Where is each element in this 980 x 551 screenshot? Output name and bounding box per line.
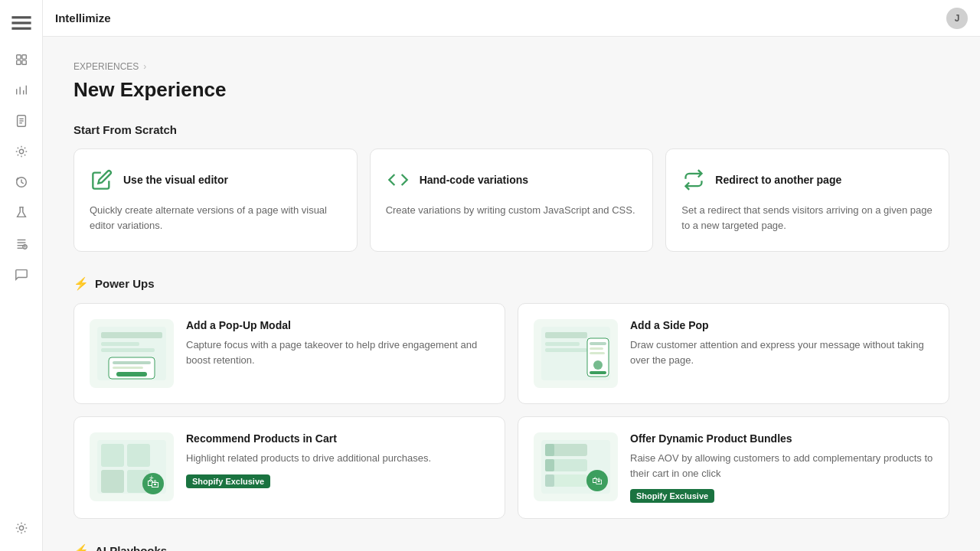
svg-point-25 [19, 526, 23, 530]
popup-modal-card[interactable]: Add a Pop-Up Modal Capture focus with a … [74, 303, 505, 404]
redirect-icon [681, 168, 706, 192]
breadcrumb-separator: › [143, 61, 146, 72]
recommend-cart-content: Recommend Products in Cart Highlight rel… [186, 432, 489, 488]
dynamic-bundles-image: 🛍 [534, 432, 618, 501]
dynamic-bundles-desc: Raise AOV by allowing customers to add c… [630, 451, 933, 481]
recommend-cart-image: 🛍 + [90, 432, 174, 501]
scratch-title-text: Start From Scratch [74, 123, 177, 136]
svg-rect-37 [545, 348, 587, 352]
svg-point-15 [19, 149, 23, 153]
svg-text:🛍: 🛍 [592, 474, 603, 487]
side-pop-image [534, 319, 618, 388]
visual-editor-title: Use the visual editor [123, 174, 228, 186]
power-ups-icon: ⚡ [74, 276, 89, 291]
hand-code-card[interactable]: Hand-code variations Create variations b… [370, 148, 654, 252]
ai-playbooks-section-title: ⚡ AI Playbooks [74, 543, 949, 551]
svg-rect-4 [21, 55, 25, 59]
shopify-badge-cart: Shopify Exclusive [186, 474, 270, 488]
recommend-cart-card[interactable]: 🛍 + Recommend Products in Cart Highlight… [74, 416, 505, 519]
popup-modal-image [90, 319, 174, 388]
app-title: Intellimize [55, 11, 111, 24]
svg-rect-33 [116, 372, 147, 377]
recommend-cart-desc: Highlight related products to drive addi… [186, 451, 489, 466]
svg-text:+: + [149, 474, 154, 482]
svg-point-42 [593, 360, 603, 370]
svg-rect-40 [590, 347, 603, 350]
redirect-desc: Set a redirect that sends visitors arriv… [681, 203, 933, 233]
page-title: New Experience [74, 78, 949, 102]
svg-rect-45 [101, 444, 124, 467]
svg-rect-47 [101, 470, 124, 493]
shopify-badge-bundles: Shopify Exclusive [630, 489, 714, 503]
breadcrumb: EXPERIENCES › [74, 61, 949, 72]
code-icon [386, 168, 410, 192]
side-pop-card[interactable]: Add a Side Pop Draw customer attention a… [518, 303, 949, 404]
hand-code-card-header: Hand-code variations [386, 168, 638, 192]
svg-rect-6 [21, 60, 25, 64]
svg-rect-41 [590, 352, 605, 354]
visual-editor-desc: Quickly create alternate versions of a p… [90, 203, 341, 233]
scratch-cards-grid: Use the visual editor Quickly create alt… [74, 148, 949, 252]
dynamic-bundles-content: Offer Dynamic Product Bundles Raise AOV … [630, 432, 933, 503]
sidebar [0, 0, 43, 551]
sidebar-item-gear[interactable] [8, 138, 35, 165]
ai-playbooks-icon: ⚡ [74, 543, 89, 551]
power-ups-title-text: Power Ups [95, 277, 155, 290]
svg-rect-36 [545, 342, 580, 346]
edit-icon [90, 168, 114, 192]
breadcrumb-parent[interactable]: EXPERIENCES [74, 61, 139, 72]
svg-rect-39 [590, 342, 606, 345]
redirect-title: Redirect to another page [715, 174, 841, 186]
visual-editor-card[interactable]: Use the visual editor Quickly create alt… [74, 148, 358, 252]
topbar: Intellimize J [43, 0, 980, 37]
svg-rect-29 [101, 348, 155, 352]
svg-rect-35 [545, 332, 587, 338]
sidebar-item-list[interactable] [8, 230, 35, 257]
main-content: EXPERIENCES › New Experience Start From … [43, 37, 980, 551]
svg-rect-58 [545, 474, 554, 487]
popup-modal-desc: Capture focus with a page takeover to he… [186, 337, 489, 367]
sidebar-item-reports[interactable] [8, 107, 35, 135]
hand-code-title: Hand-code variations [420, 174, 528, 186]
sidebar-item-settings[interactable] [8, 514, 35, 542]
menu-button[interactable] [8, 9, 35, 37]
sidebar-item-history[interactable] [8, 168, 35, 196]
svg-rect-3 [16, 55, 20, 59]
svg-rect-56 [545, 459, 554, 471]
popup-modal-content: Add a Pop-Up Modal Capture focus with a … [186, 319, 489, 375]
sidebar-item-dashboard[interactable] [8, 46, 35, 73]
dynamic-bundles-title: Offer Dynamic Product Bundles [630, 432, 933, 445]
sidebar-item-experiments[interactable] [8, 199, 35, 227]
svg-rect-32 [113, 367, 143, 369]
power-cards-grid: Add a Pop-Up Modal Capture focus with a … [74, 303, 949, 519]
svg-rect-54 [545, 444, 554, 456]
avatar[interactable]: J [946, 8, 968, 29]
svg-rect-28 [101, 342, 139, 346]
scratch-section-title: Start From Scratch [74, 123, 949, 136]
sidebar-item-messages[interactable] [8, 260, 35, 288]
side-pop-desc: Draw customer attention and express your… [630, 337, 933, 367]
visual-editor-card-header: Use the visual editor [90, 168, 341, 192]
popup-modal-title: Add a Pop-Up Modal [186, 319, 489, 331]
svg-rect-31 [113, 361, 151, 364]
svg-rect-27 [101, 332, 162, 338]
side-pop-content: Add a Side Pop Draw customer attention a… [630, 319, 933, 375]
hand-code-desc: Create variations by writing custom Java… [386, 203, 638, 218]
svg-rect-5 [16, 60, 20, 64]
side-pop-title: Add a Side Pop [630, 319, 933, 331]
redirect-card-header: Redirect to another page [681, 168, 933, 192]
power-ups-section-title: ⚡ Power Ups [74, 276, 949, 291]
ai-playbooks-title-text: AI Playbooks [95, 544, 167, 551]
dynamic-bundles-card[interactable]: 🛍 Offer Dynamic Product Bundles Raise AO… [518, 416, 949, 519]
svg-rect-46 [127, 444, 150, 467]
svg-rect-43 [590, 371, 606, 374]
sidebar-item-analytics[interactable] [8, 77, 35, 104]
redirect-card[interactable]: Redirect to another page Set a redirect … [665, 148, 949, 252]
recommend-cart-title: Recommend Products in Cart [186, 432, 489, 445]
